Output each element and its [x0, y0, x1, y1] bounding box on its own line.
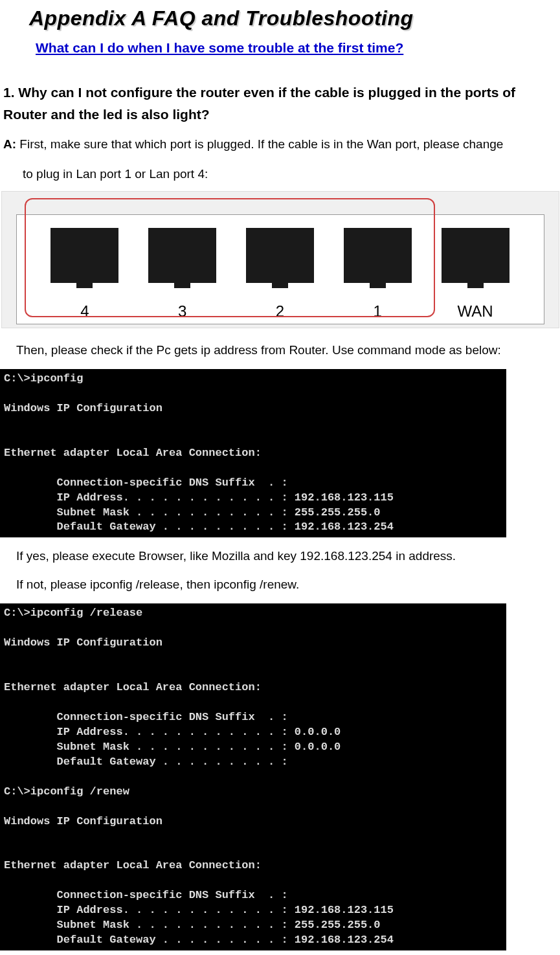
subtitle-link[interactable]: What can I do when I have some trouble a… — [36, 40, 560, 56]
router-ports-image: 4 3 2 1 WAN — [1, 191, 559, 328]
question-1: 1. Why can I not configure the router ev… — [3, 82, 557, 125]
port-label-1: 1 — [344, 302, 412, 320]
body-text-3: If not, please ipconfig /release, then i… — [16, 576, 560, 594]
appendix-title: Appendix A FAQ and Troubleshooting — [29, 6, 560, 30]
terminal-output-2: C:\>ipconfig /release Windows IP Configu… — [0, 603, 506, 950]
answer-1-text: First, make sure that which port is plug… — [16, 137, 503, 151]
lan-port-3 — [148, 228, 216, 283]
answer-1-line2: to plug in Lan port 1 or Lan port 4: — [23, 167, 560, 181]
lan-port-2 — [246, 228, 314, 283]
port-label-4: 4 — [50, 302, 118, 320]
terminal-output-1: C:\>ipconfig Windows IP Configuration Et… — [0, 369, 506, 537]
answer-prefix: A: — [3, 137, 16, 151]
lan-port-1 — [344, 228, 412, 283]
body-text-2: If yes, please execute Browser, like Moz… — [16, 547, 560, 566]
port-label-wan: WAN — [442, 302, 510, 320]
body-text-1: Then, please check if the Pc gets ip add… — [16, 341, 560, 360]
wan-port — [442, 228, 510, 283]
lan-port-4 — [50, 228, 118, 283]
port-label-3: 3 — [148, 302, 216, 320]
port-label-2: 2 — [246, 302, 314, 320]
answer-1-line1: A: First, make sure that which port is p… — [3, 135, 560, 154]
